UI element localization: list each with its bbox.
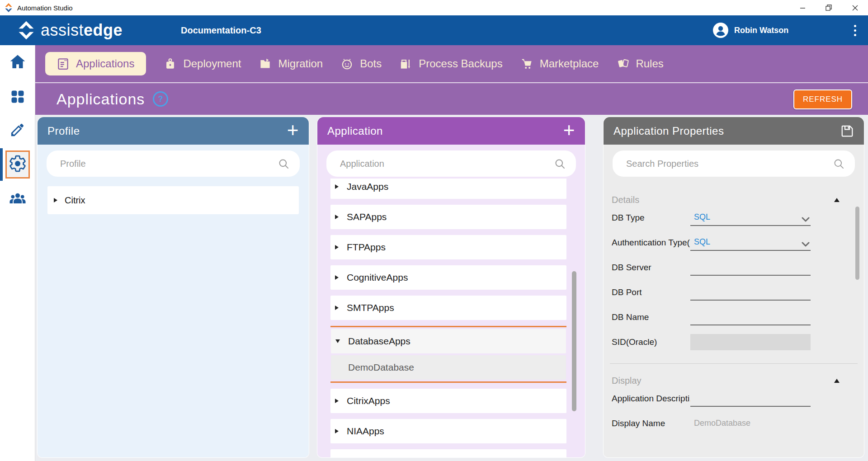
sidebar-item-users-group[interactable] — [0, 190, 35, 210]
field-input-db-server[interactable] — [690, 259, 811, 276]
application-group-niaapps[interactable]: NIAApps — [330, 419, 566, 443]
application-item-demodatabase[interactable]: DemoDatabase — [331, 355, 566, 380]
field-row-authentication-type: Authentication Type(...SQL — [612, 230, 856, 255]
apps-grid-icon — [9, 89, 26, 107]
properties-panel-title: Application Properties — [613, 125, 724, 137]
expand-arrow-icon[interactable] — [335, 215, 339, 219]
tab-bots[interactable]: Bots — [341, 57, 382, 70]
field-label: Application Descripti... — [612, 394, 690, 404]
application-item-label: DemoDatabase — [348, 362, 414, 373]
application-group-javaapps[interactable]: JavaApps — [330, 179, 566, 199]
settings-gear-icon — [8, 154, 27, 175]
window-title: Automation Studio — [17, 4, 73, 12]
properties-search — [613, 151, 855, 177]
application-search-input[interactable] — [326, 151, 576, 177]
expand-arrow-icon[interactable] — [335, 275, 339, 280]
application-properties-panel: Application Properties — [604, 117, 864, 457]
properties-search-input[interactable] — [613, 151, 855, 177]
sidebar-item-apps-grid[interactable] — [0, 89, 35, 107]
add-application-button[interactable]: + — [563, 121, 575, 139]
restore-button[interactable] — [816, 0, 842, 15]
field-label: DB Port — [612, 287, 690, 297]
profile-panel-title: Profile — [47, 125, 80, 137]
application-group-citrixapps[interactable]: CitrixApps — [330, 389, 566, 413]
application-group-ftpapps[interactable]: FTPApps — [330, 235, 566, 259]
tab-label: Process Backups — [419, 57, 502, 70]
tab-label: Applications — [76, 57, 134, 70]
main-navbar: ApplicationsDeploymentMigrationBotsProce… — [35, 45, 868, 82]
close-button[interactable] — [842, 0, 868, 15]
field-input-db-port[interactable] — [690, 284, 811, 301]
application-panel-title: Application — [327, 125, 383, 137]
tab-label: Migration — [278, 57, 323, 70]
app-header: assistedge Documentation-C3 Robin Watson — [0, 15, 868, 45]
expand-arrow-icon[interactable] — [335, 245, 339, 249]
field-label: Display Name — [612, 419, 690, 428]
minimize-button[interactable] — [789, 0, 816, 15]
migration-folder-icon — [259, 58, 271, 70]
field-select-authentication-type[interactable]: SQL — [690, 235, 811, 251]
expand-arrow-icon[interactable] — [335, 184, 339, 189]
content-area: Profile + Citrix — [35, 115, 868, 461]
expand-arrow-icon[interactable] — [335, 429, 339, 433]
tab-label: Deployment — [183, 57, 241, 70]
collapse-section-icon[interactable] — [834, 198, 840, 202]
field-input-application-descripti[interactable] — [690, 390, 811, 407]
field-row-application-descripti: Application Descripti... — [612, 386, 856, 411]
application-item-label: DatabaseApps — [348, 336, 410, 347]
search-icon — [833, 158, 845, 172]
profile-item-citrix[interactable]: Citrix — [47, 186, 299, 214]
add-profile-button[interactable]: + — [287, 121, 299, 139]
sidebar-item-home[interactable] — [0, 54, 35, 71]
page-subheader: Applications ? REFRESH — [35, 82, 868, 115]
application-item-label: CitrixApps — [347, 395, 390, 406]
tab-deployment[interactable]: Deployment — [164, 57, 241, 70]
application-search — [326, 151, 576, 177]
save-icon[interactable] — [840, 124, 854, 138]
collapse-arrow-icon[interactable] — [335, 339, 340, 343]
chevron-down-icon[interactable] — [802, 240, 810, 249]
field-select-db-type[interactable]: SQL — [690, 210, 811, 226]
sidebar-item-settings-gear-active[interactable] — [5, 151, 30, 179]
sidebar-item-edit-pencil[interactable] — [0, 122, 35, 139]
automation-studio-logo-icon — [4, 3, 14, 13]
application-group-smtpapps[interactable]: SMTPApps — [330, 296, 566, 320]
field-label: DB Type — [612, 213, 690, 223]
tab-marketplace[interactable]: Marketplace — [521, 57, 599, 70]
field-value: SQL — [694, 212, 710, 222]
application-item-label: CognitiveApps — [347, 272, 408, 283]
expand-arrow-icon[interactable] — [335, 306, 339, 310]
section-header-display: Display — [612, 376, 856, 386]
user-avatar-icon — [712, 22, 729, 38]
profile-search-input[interactable] — [47, 151, 300, 177]
kebab-menu-icon[interactable] — [848, 15, 862, 45]
chevron-down-icon[interactable] — [802, 216, 810, 224]
application-scrollbar-thumb[interactable] — [572, 271, 576, 411]
application-group-cognitiveapps[interactable]: CognitiveApps — [330, 265, 566, 290]
application-group-databaseapps[interactable]: DatabaseApps — [331, 329, 566, 353]
application-group-sapapps[interactable]: SAPApps — [330, 205, 566, 229]
properties-scrollbar-thumb[interactable] — [855, 207, 859, 280]
application-group-excelapps[interactable]: ExcelApps — [330, 449, 566, 457]
profile-panel: Profile + Citrix — [38, 117, 309, 457]
nav-tabs: ApplicationsDeploymentMigrationBotsProce… — [45, 52, 664, 75]
tab-applications[interactable]: Applications — [45, 52, 146, 75]
window-titlebar: Automation Studio — [0, 0, 868, 15]
tab-process-backups[interactable]: Process Backups — [400, 57, 502, 70]
field-row-db-port: DB Port — [612, 280, 856, 305]
field-input-db-name[interactable] — [690, 309, 811, 325]
tab-rules[interactable]: Rules — [617, 57, 663, 70]
user-menu[interactable]: Robin Watson — [712, 15, 788, 45]
rules-cards-icon — [617, 58, 629, 70]
collapse-section-icon[interactable] — [834, 379, 840, 383]
expand-arrow-icon[interactable] — [54, 198, 57, 202]
expand-arrow-icon[interactable] — [335, 399, 339, 403]
highlighted-group-databaseapps: DatabaseAppsDemoDatabase — [330, 326, 566, 383]
tab-migration[interactable]: Migration — [259, 57, 323, 70]
refresh-button[interactable]: REFRESH — [793, 89, 852, 109]
edit-pencil-icon — [10, 122, 25, 139]
application-item-label: NIAApps — [347, 426, 384, 437]
field-row-db-name: DB Name — [612, 305, 856, 329]
help-icon[interactable]: ? — [153, 91, 168, 107]
section-divider — [610, 363, 858, 364]
